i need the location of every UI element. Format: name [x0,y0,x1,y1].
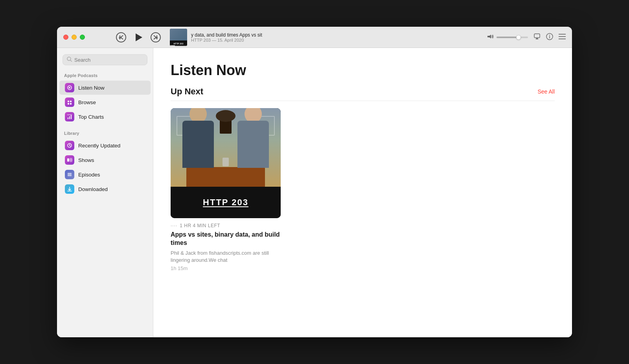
search-icon [67,57,72,63]
episode-logo-bar: HTTP 203 [171,187,281,218]
play-icon [132,31,144,43]
progress-bar [170,45,187,46]
sidebar-item-label: Recently Updated [78,143,120,149]
svg-marker-3 [136,33,142,41]
recently-updated-icon [65,141,74,150]
close-button[interactable] [63,35,68,40]
player-controls: 15 30 [115,30,162,44]
minimize-button[interactable] [72,35,77,40]
svg-marker-7 [487,35,491,39]
apple-podcasts-label: Apple Podcasts [57,72,153,80]
episode-card[interactable]: HTTP 203 ···· 1 HR 4 MIN LEFT Apps vs si… [171,108,281,271]
sidebar-item-listen-now[interactable]: Listen Now [59,81,151,95]
now-playing-thumbnail: HTTP 203 [170,29,187,46]
episodes-icon [65,170,74,179]
sidebar-item-downloaded[interactable]: Downloaded [59,182,151,196]
shows-icon [65,155,74,165]
downloaded-icon [65,184,74,194]
skip-back-icon: 15 [116,32,127,43]
now-playing-info: y data, and build times Apps vs sit HTTP… [191,32,262,42]
title-bar-right [487,33,566,42]
svg-rect-24 [68,118,68,119]
episode-dots: ···· [171,223,177,228]
svg-rect-23 [70,103,72,105]
listen-now-icon [65,83,74,92]
info-button[interactable] [546,33,553,42]
svg-rect-8 [534,34,540,38]
episode-duration: 1h 15m [171,265,281,271]
svg-rect-30 [70,158,72,162]
episode-time-left: 1 HR 4 MIN LEFT [180,223,220,228]
sidebar-item-recently-updated[interactable]: Recently Updated [59,138,151,153]
episode-title: Apps vs sites, binary data, and build ti… [171,231,281,247]
menu-button[interactable] [559,34,566,41]
sidebar-item-browse[interactable]: Browse [59,95,151,109]
content-area: Listen Now Up Next See All [153,48,572,337]
svg-rect-21 [70,101,72,102]
svg-text:15: 15 [119,37,121,39]
now-playing-subtitle: HTTP 203 — 15. April 2020 [191,38,262,42]
title-bar: 15 30 [57,27,572,48]
svg-text:30: 30 [155,37,158,39]
sidebar-item-label: Downloaded [78,186,108,192]
up-next-title: Up Next [171,86,203,97]
volume-icon [487,34,494,40]
http-203-logo: HTTP 203 [203,197,248,208]
airplay-icon [533,33,541,40]
sidebar-item-label: Listen Now [78,85,105,91]
up-next-header: Up Next See All [171,86,555,101]
sidebar-item-episodes[interactable]: Episodes [59,167,151,182]
episode-image-top [171,108,281,187]
sidebar-item-label: Top Charts [78,114,104,120]
svg-line-17 [70,60,72,62]
svg-rect-20 [68,101,69,102]
episode-description: Phil & Jack from fishandscripts.com are … [171,250,281,264]
skip-forward-icon: 30 [150,32,161,43]
search-box[interactable] [63,54,147,65]
search-input[interactable] [74,57,143,63]
maximize-button[interactable] [80,35,85,40]
sidebar: Apple Podcasts Listen Now [57,48,153,337]
sidebar-item-label: Shows [78,157,94,163]
traffic-lights [63,35,85,40]
info-icon [546,33,553,40]
see-all-button[interactable]: See All [537,88,555,95]
svg-rect-26 [71,115,72,119]
volume-area [487,34,528,40]
sidebar-item-shows[interactable]: Shows [59,153,151,167]
now-playing-title: y data, and build times Apps vs sit [191,32,262,38]
svg-marker-19 [69,87,71,89]
play-button[interactable] [131,30,145,44]
now-playing-area: HTTP 203 y data, and build times Apps vs… [170,29,262,46]
menu-icon [559,34,566,39]
volume-slider[interactable] [497,37,528,38]
svg-rect-22 [68,103,69,105]
svg-rect-25 [69,116,70,119]
main-content: Apple Podcasts Listen Now [57,48,572,337]
skip-forward-button[interactable]: 30 [149,31,162,44]
svg-point-12 [549,35,550,35]
skip-back-button[interactable]: 15 [115,31,127,44]
page-title: Listen Now [171,62,555,79]
sidebar-item-label: Episodes [78,172,100,178]
svg-rect-29 [67,158,69,162]
airplay-button[interactable] [533,33,541,42]
episode-meta: ···· 1 HR 4 MIN LEFT [171,223,281,228]
sidebar-item-label: Browse [78,99,96,105]
sidebar-item-top-charts[interactable]: Top Charts [59,110,151,124]
app-window: 15 30 [57,27,572,337]
episode-thumbnail: HTTP 203 [171,108,281,218]
top-charts-icon [65,112,74,121]
browse-icon [65,97,74,107]
library-label: Library [57,129,153,138]
